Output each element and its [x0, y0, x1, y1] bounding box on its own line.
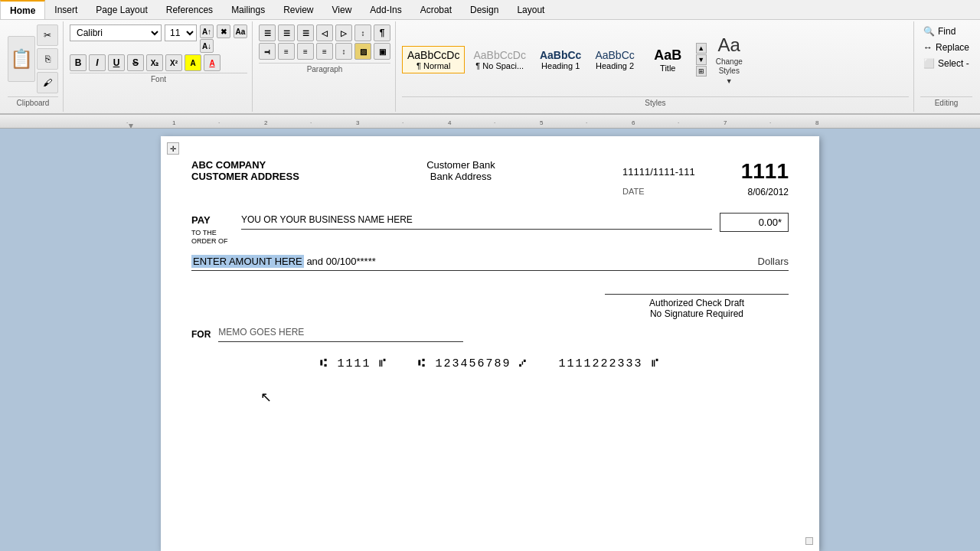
- check-number: 1111: [741, 159, 789, 184]
- svg-text:·: ·: [310, 119, 312, 126]
- subscript-button[interactable]: X₂: [146, 54, 163, 71]
- date-label: DATE: [622, 187, 645, 197]
- svg-text:·: ·: [678, 119, 679, 126]
- format-painter-button[interactable]: 🖌: [37, 72, 58, 93]
- menu-mailings[interactable]: Mailings: [222, 0, 274, 19]
- change-styles-button[interactable]: Aa ChangeStyles ▼: [710, 31, 749, 88]
- style-heading1[interactable]: AaBbCc Heading 1: [534, 46, 586, 73]
- change-case-button[interactable]: Aa: [234, 24, 247, 38]
- style-no-spacing[interactable]: AaBbCcDc ¶ No Spaci...: [468, 46, 531, 73]
- svg-text:8: 8: [815, 119, 819, 126]
- company-info: ABC COMPANY CUSTOMER ADDRESS: [191, 159, 299, 197]
- styles-scroll-down[interactable]: ▼: [696, 54, 707, 65]
- clear-format-button[interactable]: ✖: [217, 24, 230, 38]
- menu-insert[interactable]: Insert: [45, 0, 87, 19]
- align-left-button[interactable]: ⫤: [259, 43, 276, 60]
- font-size-select[interactable]: 11: [165, 24, 197, 41]
- editing-group: 🔍 Find ↔ Replace ⬜ Select - Editing: [916, 21, 977, 112]
- style-heading1-label: Heading 1: [541, 61, 580, 70]
- page-handle[interactable]: ✛: [167, 142, 179, 155]
- bullets-button[interactable]: ☰: [259, 24, 276, 41]
- menu-page-layout[interactable]: Page Layout: [87, 0, 156, 19]
- style-no-spacing-preview: AaBbCcDc: [473, 49, 525, 61]
- align-right-button[interactable]: ≡: [297, 43, 314, 60]
- svg-text:7: 7: [724, 119, 727, 126]
- underline-button[interactable]: U: [108, 54, 125, 71]
- show-marks-button[interactable]: ¶: [374, 24, 390, 41]
- styles-group-label: Styles: [402, 96, 909, 109]
- menu-design[interactable]: Design: [461, 0, 508, 19]
- copy-button[interactable]: ⎘: [37, 48, 58, 70]
- menu-add-ins[interactable]: Add-Ins: [361, 0, 410, 19]
- italic-button[interactable]: I: [89, 54, 106, 71]
- strikethrough-button[interactable]: S: [127, 54, 144, 71]
- ruler: · 1 · 2 · 3 · 4 · 5 · 6 · 7 · 8: [0, 115, 980, 129]
- memo-value: MEMO GOES HERE: [218, 327, 304, 337]
- decrease-indent-button[interactable]: ◁: [316, 24, 333, 41]
- svg-text:4: 4: [448, 119, 452, 126]
- increase-indent-button[interactable]: ▷: [335, 24, 352, 41]
- style-heading2-preview: AaBbCc: [595, 49, 634, 61]
- style-title[interactable]: AaB Title: [643, 44, 693, 76]
- menu-review[interactable]: Review: [274, 0, 322, 19]
- signature-section: Authorized Check Draft No Signature Requ…: [191, 294, 789, 319]
- amount-box[interactable]: 0.00*: [720, 213, 789, 232]
- svg-text:·: ·: [769, 119, 771, 126]
- paste-button[interactable]: 📋: [8, 36, 35, 82]
- style-normal-preview: AaBbCcDc: [407, 49, 459, 61]
- change-styles-arrow: ▼: [726, 77, 733, 85]
- svg-text:·: ·: [126, 119, 128, 126]
- bank-name: Customer Bank: [426, 159, 495, 171]
- style-normal[interactable]: AaBbCcDc ¶ Normal: [402, 46, 465, 73]
- menu-acrobat[interactable]: Acrobat: [411, 0, 461, 19]
- styles-scroll-more[interactable]: ⊞: [696, 66, 707, 77]
- pay-to-line[interactable]: YOU OR YOUR BUSINESS NAME HERE: [241, 213, 712, 230]
- shading-button[interactable]: ▨: [354, 43, 371, 60]
- menu-layout[interactable]: Layout: [508, 0, 554, 19]
- justify-button[interactable]: ≡: [316, 43, 333, 60]
- font-name-select[interactable]: Calibri: [70, 24, 162, 41]
- sort-button[interactable]: ↕: [354, 24, 371, 41]
- menu-references[interactable]: References: [157, 0, 222, 19]
- font-color-button[interactable]: A: [204, 54, 220, 71]
- svg-text:·: ·: [218, 119, 220, 126]
- superscript-button[interactable]: X²: [165, 54, 182, 71]
- company-name: ABC COMPANY: [191, 159, 299, 171]
- replace-button[interactable]: ↔ Replace: [920, 41, 972, 54]
- cut-button[interactable]: ✂: [37, 24, 58, 46]
- replace-icon: ↔: [923, 42, 933, 53]
- amount-words: ENTER AMOUNT HERE and 00/100*****: [191, 256, 750, 267]
- style-heading2[interactable]: AaBbCc Heading 2: [590, 46, 639, 73]
- increase-font-button[interactable]: A↑: [200, 24, 214, 38]
- page-handle-icon: ✛: [170, 145, 176, 153]
- borders-button[interactable]: ▣: [374, 43, 390, 60]
- svg-text:6: 6: [632, 119, 635, 126]
- align-center-button[interactable]: ≡: [278, 43, 295, 60]
- company-address: CUSTOMER ADDRESS: [191, 171, 299, 182]
- memo-section: FOR MEMO GOES HERE: [191, 327, 789, 342]
- check-number-area: 11111/1111-111 1111 DATE 8/06/2012: [622, 159, 789, 197]
- change-styles-icon: Aa: [718, 34, 740, 56]
- svg-text:2: 2: [264, 119, 268, 126]
- outline-button[interactable]: ☰: [297, 24, 314, 41]
- micr-check: ⑆ 1111 ⑈: [320, 357, 387, 370]
- ruler-svg: · 1 · 2 · 3 · 4 · 5 · 6 · 7 · 8: [0, 115, 980, 129]
- bottom-page-handle[interactable]: [805, 537, 813, 545]
- find-button[interactable]: 🔍 Find: [920, 24, 972, 38]
- date-value: 8/06/2012: [748, 187, 789, 197]
- style-normal-label: ¶ Normal: [416, 61, 450, 70]
- menu-home[interactable]: Home: [0, 0, 45, 19]
- numbering-button[interactable]: ☰: [278, 24, 295, 41]
- menu-view[interactable]: View: [323, 0, 361, 19]
- bank-info: Customer Bank Bank Address: [426, 159, 495, 197]
- highlight-button[interactable]: A: [185, 54, 201, 71]
- line-spacing-button[interactable]: ↕: [335, 43, 352, 60]
- bold-button[interactable]: B: [70, 54, 87, 71]
- paragraph-group: ☰ ☰ ☰ ◁ ▷ ↕ ¶ ⫤ ≡ ≡ ≡ ↕ ▨ ▣ Paragraph: [254, 21, 396, 112]
- decrease-font-button[interactable]: A↓: [200, 39, 214, 53]
- clipboard-group: 📋 ✂ ⎘ 🖌 Clipboard: [3, 21, 64, 112]
- styles-scroll-up[interactable]: ▲: [696, 43, 707, 54]
- memo-line[interactable]: MEMO GOES HERE: [218, 327, 463, 342]
- select-button[interactable]: ⬜ Select -: [920, 57, 972, 70]
- authorized-line1: Authorized Check Draft: [605, 298, 789, 308]
